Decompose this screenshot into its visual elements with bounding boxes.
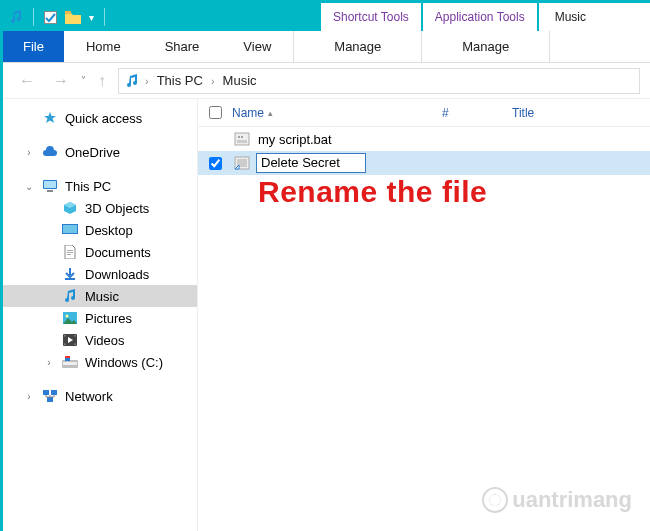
dropdown-icon[interactable]: ▾ [89, 12, 94, 23]
sidebar-item-onedrive[interactable]: › OneDrive [3, 141, 197, 163]
file-name: my script.bat [256, 132, 334, 147]
history-dropdown[interactable]: ˅ [81, 75, 86, 86]
svg-rect-21 [65, 356, 70, 358]
main: Quick access › OneDrive ⌄ This PC 3D Obj… [3, 99, 650, 531]
column-number[interactable]: # [442, 106, 512, 120]
cloud-icon [41, 144, 59, 160]
sidebar-item-music[interactable]: Music [3, 285, 197, 307]
sort-asc-icon: ▴ [268, 108, 273, 118]
contextual-tab-shortcut[interactable]: Shortcut Tools [321, 3, 421, 31]
expand-icon[interactable]: › [23, 391, 35, 402]
svg-rect-19 [63, 362, 77, 365]
sidebar-item-label: Quick access [65, 111, 142, 126]
monitor-icon [41, 178, 59, 194]
svg-point-27 [241, 136, 243, 138]
divider [549, 31, 550, 62]
file-row[interactable]: my script.bat [198, 127, 650, 151]
document-icon [61, 244, 79, 260]
crumb-music[interactable]: Music [221, 73, 259, 88]
file-list: Name ▴ # Title my script.bat Delete Secr… [198, 99, 650, 531]
column-title[interactable]: Title [512, 106, 650, 120]
tab-share[interactable]: Share [143, 31, 222, 62]
sidebar-item-label: Windows (C:) [85, 355, 163, 370]
watermark-text: uantrimang [512, 487, 632, 513]
sidebar-item-videos[interactable]: Videos [3, 329, 197, 351]
sidebar-item-documents[interactable]: Documents [3, 241, 197, 263]
ribbon: File Home Share View Manage Manage [3, 31, 650, 63]
tab-home[interactable]: Home [64, 31, 143, 62]
separator [33, 8, 34, 26]
sidebar-item-label: OneDrive [65, 145, 120, 160]
forward-button[interactable]: → [47, 70, 75, 92]
breadcrumb[interactable]: › This PC › Music [118, 68, 640, 94]
sidebar-item-3dobjects[interactable]: 3D Objects [3, 197, 197, 219]
column-header: Name ▴ # Title [198, 99, 650, 127]
sidebar-item-label: Videos [85, 333, 125, 348]
file-row[interactable]: Delete Secret [198, 151, 650, 175]
file-tab[interactable]: File [3, 31, 64, 62]
star-icon [41, 110, 59, 126]
svg-rect-10 [65, 278, 75, 280]
svg-rect-22 [43, 390, 49, 395]
picture-icon [61, 310, 79, 326]
window-title: Music [539, 3, 650, 31]
svg-rect-28 [237, 140, 247, 143]
sidebar-item-label: Desktop [85, 223, 133, 238]
sidebar-item-drive-c[interactable]: › Windows (C:) [3, 351, 197, 373]
video-icon [61, 332, 79, 348]
back-button[interactable]: ← [13, 70, 41, 92]
svg-rect-15 [64, 344, 66, 346]
svg-rect-8 [67, 252, 73, 253]
sidebar-item-label: Downloads [85, 267, 149, 282]
separator [104, 8, 105, 26]
watermark: uantrimang [482, 487, 632, 513]
expand-icon[interactable]: › [43, 357, 55, 368]
row-checkbox[interactable] [198, 157, 232, 170]
sidebar-item-pictures[interactable]: Pictures [3, 307, 197, 329]
svg-rect-17 [75, 344, 77, 346]
network-icon [41, 388, 59, 404]
folder-icon[interactable] [65, 11, 81, 24]
navbar: ← → ˅ ↑ › This PC › Music [3, 63, 650, 99]
expand-icon[interactable]: › [23, 147, 35, 158]
sidebar-item-thispc[interactable]: ⌄ This PC [3, 175, 197, 197]
chevron-right-icon[interactable]: › [143, 75, 151, 87]
column-name[interactable]: Name ▴ [232, 106, 442, 120]
contextual-tab-application[interactable]: Application Tools [423, 3, 537, 31]
chevron-right-icon[interactable]: › [209, 75, 217, 87]
watermark-logo-icon [482, 487, 508, 513]
svg-rect-24 [47, 397, 53, 402]
collapse-icon[interactable]: ⌄ [23, 181, 35, 192]
sidebar-item-label: Music [85, 289, 119, 304]
music-icon [9, 10, 23, 24]
svg-point-26 [238, 136, 240, 138]
sidebar-item-label: 3D Objects [85, 201, 149, 216]
music-icon [125, 74, 139, 88]
sidebar-item-network[interactable]: › Network [3, 385, 197, 407]
up-button[interactable]: ↑ [92, 70, 112, 92]
sidebar-item-quickaccess[interactable]: Quick access [3, 107, 197, 129]
svg-point-12 [66, 315, 69, 318]
cube-icon [61, 200, 79, 216]
sidebar-item-desktop[interactable]: Desktop [3, 219, 197, 241]
crumb-thispc[interactable]: This PC [155, 73, 205, 88]
checkbox-icon[interactable] [44, 11, 57, 24]
music-icon [61, 288, 79, 304]
svg-rect-16 [75, 335, 77, 337]
svg-rect-3 [44, 181, 56, 188]
rename-input[interactable]: Delete Secret [256, 153, 366, 173]
sidebar-item-label: Pictures [85, 311, 132, 326]
sidebar-item-downloads[interactable]: Downloads [3, 263, 197, 285]
tab-manage-1[interactable]: Manage [294, 31, 421, 62]
bat-file-icon [232, 130, 252, 148]
svg-rect-6 [63, 225, 77, 233]
desktop-icon [61, 222, 79, 238]
tab-manage-2[interactable]: Manage [422, 31, 549, 62]
svg-rect-1 [65, 11, 71, 14]
select-all-checkbox[interactable] [198, 106, 232, 119]
titlebar: ▾ Shortcut Tools Application Tools Music [3, 3, 650, 31]
svg-rect-14 [64, 335, 66, 337]
drive-icon [61, 354, 79, 370]
tab-view[interactable]: View [221, 31, 293, 62]
sidebar-item-label: Network [65, 389, 113, 404]
